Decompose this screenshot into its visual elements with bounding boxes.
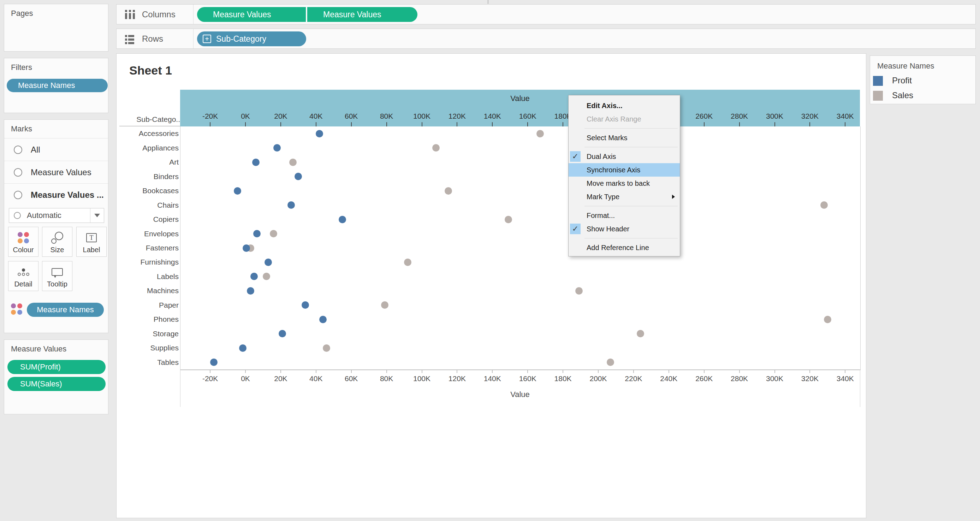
mark-profit-tables[interactable] [210,358,218,366]
rows-icon [125,35,137,44]
marks-item-measure-values[interactable]: Measure Values [4,161,108,184]
row-label-binders[interactable]: Binders [124,172,179,181]
row-label-envelopes[interactable]: Envelopes [124,229,179,238]
menu-item-add-reference-line[interactable]: Add Reference Line [569,241,680,254]
mark-sales-accessories[interactable] [536,130,544,137]
axis-tick-mark [739,122,740,126]
menu-item-edit-axis[interactable]: Edit Axis... [569,99,680,112]
row-label-tables[interactable]: Tables [124,358,179,367]
row-label-supplies[interactable]: Supplies [124,343,179,352]
columns-shelf[interactable]: Columns Measure ValuesMeasure Values [116,4,976,24]
measure-names-encoding-pill[interactable]: Measure Names [27,303,104,317]
mark-sales-appliances[interactable] [432,144,440,151]
detail-icon [8,265,38,279]
mark-profit-accessories[interactable] [316,130,323,137]
measure-values-pill[interactable]: SUM(Sales) [7,377,106,391]
legend-swatch [873,76,883,86]
legend-entry-profit[interactable]: Profit [870,74,975,88]
axis-tick-mark [668,370,669,373]
axis-tick-mark [598,370,598,373]
row-label-accessories[interactable]: Accessories [124,129,179,138]
row-label-paper[interactable]: Paper [124,301,179,310]
mark-sales-art[interactable] [289,159,297,166]
menu-item-mark-type[interactable]: Mark Type [569,190,680,204]
axis-tick-mark [351,370,352,373]
size-button-label: Size [42,246,72,254]
mark-profit-copiers[interactable] [339,216,346,223]
menu-item-clear-axis-range[interactable]: Clear Axis Range [569,112,680,126]
mark-sales-machines[interactable] [575,287,583,295]
measure-values-card: Measure Values SUM(Profit)SUM(Sales) [4,339,108,414]
axis-tick-mark [280,122,281,126]
menu-item-synchronise-axis[interactable]: Synchronise Axis [569,163,680,177]
columns-pill[interactable]: Measure Values [307,7,417,22]
measure-values-pill[interactable]: SUM(Profit) [7,360,106,374]
axis-tick-label: 160K [512,374,544,383]
menu-item-select-marks[interactable]: Select Marks [569,131,680,145]
radio-icon[interactable] [14,145,22,154]
detail-button[interactable]: Detail [8,261,38,291]
axis-tick-mark [210,122,210,126]
menu-separator [584,128,678,129]
menu-item-format[interactable]: Format... [569,209,680,222]
size-icon [42,231,72,245]
menu-item-move-marks-to-back[interactable]: Move marks to back [569,177,680,190]
top-axis-highlighted[interactable]: Value -20K0K20K40K60K80K100K120K140K160K… [180,90,860,126]
mark-sales-furnishings[interactable] [404,258,411,266]
menu-item-dual-axis[interactable]: Dual Axis✓ [569,150,680,163]
filters-pill[interactable]: Measure Names [7,79,108,92]
size-button[interactable]: Size [42,227,72,257]
legend-entry-sales[interactable]: Sales [870,89,975,103]
row-label-appliances[interactable]: Appliances [124,143,179,153]
mark-sales-phones[interactable] [824,316,831,323]
mark-sales-chairs[interactable] [820,201,828,209]
row-label-furnishings[interactable]: Furnishings [124,258,179,267]
axis-tick-mark [775,370,775,373]
axis-tick-label: 300K [759,112,791,120]
axis-border-left [180,370,180,407]
rows-shelf[interactable]: Rows +Sub-Category [116,29,976,49]
legend-entry-label: Profit [892,76,912,86]
chevron-down-icon[interactable] [94,214,100,217]
axis-tick-mark [316,370,317,373]
row-label-phones[interactable]: Phones [124,315,179,324]
mark-profit-phones[interactable] [319,316,327,323]
filters-shelf[interactable]: Filters Measure Names [4,58,108,113]
row-field-header[interactable]: Sub-Catego.. [119,115,180,126]
mark-profit-envelopes[interactable] [253,230,261,237]
columns-pill[interactable]: Measure Values [197,7,306,22]
mark-profit-fasteners[interactable] [243,244,250,252]
mark-profit-supplies[interactable] [239,344,247,352]
pages-shelf[interactable]: Pages [4,4,108,52]
axis-tick-mark [704,122,705,126]
marks-item-measure-values[interactable]: Measure Values ... [4,183,108,206]
axis-tick-label: 140K [476,112,508,120]
axis-tick-label: 280K [724,112,756,120]
row-label-art[interactable]: Art [124,158,179,167]
radio-icon[interactable] [14,168,22,177]
marks-item-all[interactable]: All [4,138,108,161]
row-label-chairs[interactable]: Chairs [124,201,179,210]
mark-sales-supplies[interactable] [323,344,330,352]
tooltip-icon [42,265,72,279]
axis-tick-mark [527,122,528,126]
radio-icon[interactable] [14,191,22,199]
row-label-labels[interactable]: Labels [124,272,179,281]
tooltip-button[interactable]: Tooltip [42,261,72,291]
row-label-fasteners[interactable]: Fasteners [124,243,179,253]
rows-pill[interactable]: +Sub-Category [197,32,306,46]
mark-type-selected-value: Automatic [27,211,90,220]
mark-sales-bookcases[interactable] [445,187,452,194]
row-label-storage[interactable]: Storage [124,329,179,338]
row-label-bookcases[interactable]: Bookcases [124,186,179,195]
menu-item-show-header[interactable]: Show Header✓ [569,222,680,236]
mark-type-dropdown[interactable]: Automatic [9,208,104,223]
colour-button[interactable]: Colour [8,227,38,257]
expand-plus-icon[interactable]: + [203,35,211,43]
mark-profit-bookcases[interactable] [234,187,241,194]
tableau-workspace: Pages Filters Measure Names Marks AllMea… [0,0,980,521]
row-label-copiers[interactable]: Copiers [124,215,179,224]
label-button[interactable]: TLabel [76,227,107,257]
mark-sales-copiers[interactable] [505,216,512,223]
row-label-machines[interactable]: Machines [124,286,179,295]
